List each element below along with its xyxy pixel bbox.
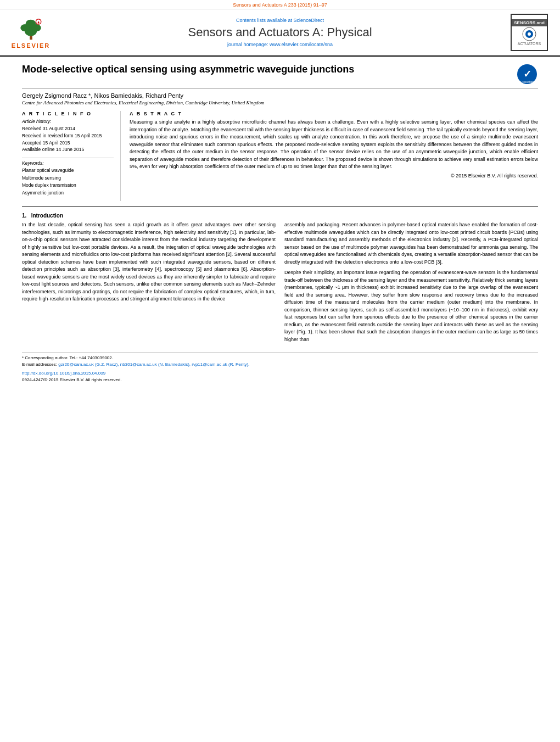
history-label: Article history: bbox=[22, 119, 114, 124]
affiliation: Centre for Advanced Photonics and Electr… bbox=[22, 100, 538, 105]
abstract-text: Measuring a single analyte in a highly a… bbox=[130, 119, 538, 171]
email-addresses: gzr20@cam.ac.uk (G.Z. Racz), nb301@cam.a… bbox=[58, 362, 249, 367]
keyword-1: Planar optical waveguide bbox=[22, 167, 114, 175]
received1: Received 31 August 2014 bbox=[22, 125, 114, 132]
svg-text:♦: ♦ bbox=[37, 20, 40, 25]
footnote-area: * Corresponding author. Tel.: +44 740303… bbox=[22, 352, 538, 383]
journal-homepage: journal homepage: www.elsevier.com/locat… bbox=[58, 42, 502, 47]
elsevier-logo: ♦ ELSEVIER bbox=[9, 16, 53, 49]
sensors-actuators-badge: SENSORS and ACTUATORS bbox=[507, 14, 551, 51]
article-info-header: A R T I C L E I N F O bbox=[22, 111, 114, 116]
keyword-3: Mode duplex transmission bbox=[22, 182, 114, 189]
contents-prefix: Contents lists available at bbox=[236, 18, 294, 23]
citation-text: Sensors and Actuators A 233 (2015) 91–97 bbox=[233, 2, 327, 8]
article-info-panel: A R T I C L E I N F O Article history: R… bbox=[22, 111, 121, 201]
badge-bottom-text: ACTUATORS bbox=[518, 42, 541, 46]
article-info-abstract-row: A R T I C L E I N F O Article history: R… bbox=[22, 111, 538, 201]
copyright-line: © 2015 Elsevier B.V. All rights reserved… bbox=[130, 173, 538, 178]
badge-icon bbox=[518, 26, 540, 42]
homepage-prefix: journal homepage: bbox=[227, 42, 270, 47]
intro-left-p1: In the last decade, optical sensing has … bbox=[22, 221, 276, 303]
introduction-section: 1. Introduction In the last decade, opti… bbox=[22, 213, 538, 347]
section-divider bbox=[22, 207, 538, 207]
authors: Gergely Zsigmond Racz *, Nikos Bamiedaki… bbox=[22, 92, 538, 99]
article-history-group: Article history: Received 31 August 2014… bbox=[22, 119, 114, 153]
journal-header: ♦ ELSEVIER Contents lists available at S… bbox=[0, 9, 560, 57]
journal-citation: Sensors and Actuators A 233 (2015) 91–97 bbox=[0, 0, 560, 9]
article-title: Mode-selective optical sensing using asy… bbox=[22, 63, 511, 76]
authors-text: Gergely Zsigmond Racz *, Nikos Bamiedaki… bbox=[22, 92, 183, 99]
issn-line: 0924-4247/© 2015 Elsevier B.V. All right… bbox=[22, 377, 538, 383]
svg-text:✓: ✓ bbox=[523, 69, 531, 80]
svg-point-4 bbox=[25, 19, 36, 27]
abstract-panel: A B S T R A C T Measuring a single analy… bbox=[130, 111, 538, 201]
intro-left-col: In the last decade, optical sensing has … bbox=[22, 221, 276, 347]
received2: Received in revised form 15 April 2015 bbox=[22, 132, 114, 140]
crossmark-logo: ✓ CrossMark bbox=[516, 63, 538, 85]
elsevier-text: ELSEVIER bbox=[12, 42, 50, 49]
section-number: 1. bbox=[22, 213, 26, 219]
footnote-email: E-mail addresses: gzr20@cam.ac.uk (G.Z. … bbox=[22, 361, 538, 368]
crossmark-icon: ✓ CrossMark bbox=[516, 63, 538, 85]
badge-top-text: SENSORS and bbox=[512, 19, 547, 26]
section-title-text: Introduction bbox=[31, 213, 63, 219]
keyword-2: Multimode sensing bbox=[22, 175, 114, 182]
doi-line[interactable]: http://dx.doi.org/10.1016/j.sna.2015.04.… bbox=[22, 370, 538, 377]
homepage-link[interactable]: www.elsevier.com/locate/sna bbox=[270, 42, 333, 47]
intro-section-title: 1. Introduction bbox=[22, 213, 538, 219]
available-online: Available online 14 June 2015 bbox=[22, 146, 114, 153]
intro-right-p2: Despite their simplicity, an important i… bbox=[284, 269, 538, 343]
email-label: E-mail addresses: bbox=[22, 362, 57, 367]
badge-box: SENSORS and ACTUATORS bbox=[511, 14, 548, 51]
elsevier-tree-icon: ♦ bbox=[16, 16, 46, 41]
sciencedirect-link[interactable]: ScienceDirect bbox=[294, 18, 324, 23]
keywords-group: Keywords: Planar optical waveguide Multi… bbox=[22, 160, 114, 197]
abstract-header: A B S T R A C T bbox=[130, 111, 538, 116]
article-title-section: Mode-selective optical sensing using asy… bbox=[22, 63, 538, 89]
footnote-star-text: * Corresponding author. Tel.: +44 740303… bbox=[22, 355, 113, 360]
keywords-list: Planar optical waveguide Multimode sensi… bbox=[22, 167, 114, 197]
article-body: Mode-selective optical sensing using asy… bbox=[0, 57, 560, 390]
intro-right-p1: assembly and packaging. Recent advances … bbox=[284, 221, 538, 266]
svg-text:CrossMark: CrossMark bbox=[520, 80, 534, 83]
footnote-star: * Corresponding author. Tel.: +44 740303… bbox=[22, 355, 538, 361]
accepted: Accepted 15 April 2015 bbox=[22, 140, 114, 147]
info-divider bbox=[22, 158, 114, 158]
intro-body: In the last decade, optical sensing has … bbox=[22, 221, 538, 347]
journal-title: Sensors and Actuators A: Physical bbox=[58, 25, 502, 40]
contents-line: Contents lists available at ScienceDirec… bbox=[58, 18, 502, 23]
keywords-label: Keywords: bbox=[22, 160, 114, 166]
keyword-4: Asymmetric junction bbox=[22, 189, 114, 197]
svg-point-9 bbox=[528, 32, 531, 36]
journal-center-info: Contents lists available at ScienceDirec… bbox=[58, 18, 502, 47]
intro-right-col: assembly and packaging. Recent advances … bbox=[284, 221, 538, 347]
